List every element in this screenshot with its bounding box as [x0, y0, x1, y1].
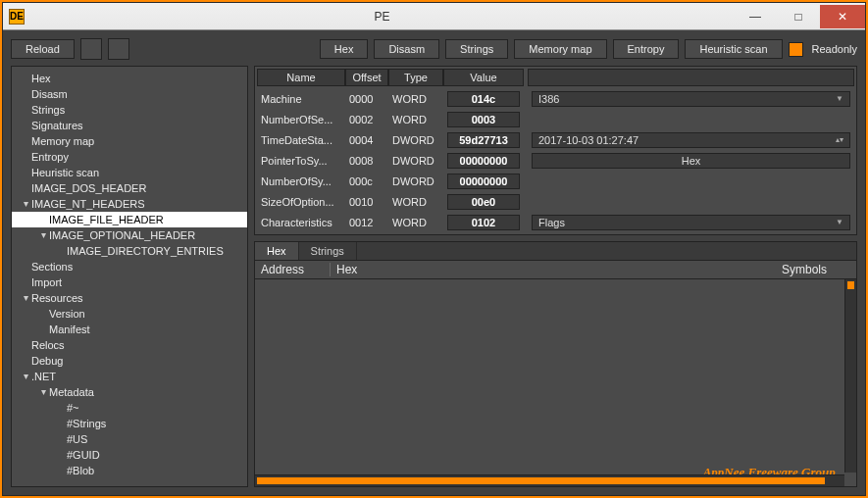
tree-item-label: Memory map [31, 134, 94, 148]
tree-item-label: #US [67, 432, 87, 446]
combo-box[interactable]: I386▼ [532, 91, 850, 107]
col-value[interactable]: Value [443, 69, 524, 86]
disasm-button[interactable]: Disasm [374, 39, 439, 59]
grid-row[interactable]: SizeOfOption...0010WORD00e0 [257, 191, 854, 212]
tree-item[interactable]: ▾Resources [12, 290, 247, 306]
datetime-spin[interactable]: 2017-10-03 01:27:47▴▾ [532, 132, 850, 148]
vertical-scrollbar[interactable] [844, 279, 856, 473]
navigation-tree[interactable]: HexDisasmStringsSignaturesMemory mapEntr… [11, 66, 248, 487]
spinner-icon[interactable]: ▴▾ [836, 135, 843, 144]
col-offset[interactable]: Offset [345, 69, 388, 86]
cell-value[interactable]: 014c [443, 91, 524, 107]
tree-item[interactable]: Debug [12, 353, 247, 369]
cell-value[interactable]: 00e0 [443, 194, 524, 210]
tree-item[interactable]: Memory map [12, 133, 247, 149]
cell-extra[interactable]: Hex [528, 153, 854, 169]
cell-offset: 0008 [345, 155, 388, 167]
cell-type: WORD [388, 114, 443, 125]
col-name[interactable]: Name [257, 69, 345, 86]
dump-tab[interactable]: Hex [255, 242, 299, 260]
cell-type: WORD [388, 217, 443, 228]
toolbar-slot-1[interactable] [80, 38, 102, 60]
main-area: HexDisasmStringsSignaturesMemory mapEntr… [11, 66, 857, 487]
tree-item-label: IMAGE_OPTIONAL_HEADER [49, 228, 195, 242]
cell-type: DWORD [388, 175, 443, 187]
cell-name: TimeDateSta... [257, 134, 345, 146]
tree-item[interactable]: Strings [12, 102, 247, 118]
tree-item[interactable]: IMAGE_DIRECTORY_ENTRIES [12, 243, 247, 259]
grid-row[interactable]: NumberOfSy...000cDWORD00000000 [257, 171, 854, 191]
tree-twisty-icon[interactable]: ▾ [20, 370, 31, 383]
horizontal-scrollbar[interactable] [255, 474, 844, 486]
tree-item[interactable]: ▾IMAGE_OPTIONAL_HEADER [12, 227, 247, 243]
heuristic-button[interactable]: Heuristic scan [685, 39, 782, 59]
minimize-button[interactable]: — [734, 5, 777, 28]
cell-value[interactable]: 00000000 [443, 153, 524, 169]
tree-item[interactable]: ▾Metadata [12, 384, 247, 400]
tree-item[interactable]: Entropy [12, 149, 247, 165]
cell-offset: 0012 [345, 217, 388, 228]
titlebar: DE PE — □ ✕ [3, 3, 865, 30]
tree-item-label: .NET [31, 370, 56, 383]
window-controls: — □ ✕ [734, 5, 865, 28]
tree-item[interactable]: #~ [12, 400, 247, 416]
tree-item-label: Hex [31, 72, 51, 85]
tree-item[interactable]: Heuristic scan [12, 165, 247, 180]
tree-item[interactable]: #US [12, 431, 247, 447]
hex-body[interactable]: AppNee Freeware Group. [255, 279, 856, 486]
tree-item[interactable]: Import [12, 274, 247, 290]
chevron-down-icon: ▼ [836, 218, 843, 226]
cell-value[interactable]: 59d27713 [443, 132, 524, 148]
grid-row[interactable]: TimeDateSta...0004DWORD59d277132017-10-0… [257, 129, 854, 150]
tree-twisty-icon[interactable]: ▾ [37, 228, 49, 242]
tree-item[interactable]: Signatures [12, 118, 247, 133]
cell-value[interactable]: 00000000 [443, 174, 524, 189]
cell-extra[interactable]: Flags▼ [528, 215, 854, 230]
tree-item[interactable]: #GUID [12, 447, 247, 463]
combo-box[interactable]: Flags▼ [532, 215, 850, 230]
grid-row[interactable]: Characteristics0012WORD0102Flags▼ [257, 212, 854, 232]
cell-offset: 0010 [345, 196, 388, 208]
tree-item[interactable]: #Strings [12, 416, 247, 431]
grid-row[interactable]: Machine0000WORD014cI386▼ [257, 88, 854, 109]
tree-item-label: Debug [31, 354, 63, 368]
tree-twisty-icon[interactable]: ▾ [37, 385, 49, 399]
tree-item[interactable]: Hex [12, 71, 247, 86]
col-extra [528, 69, 854, 86]
tree-item-label: IMAGE_NT_HEADERS [31, 197, 145, 211]
memory-map-button[interactable]: Memory map [514, 39, 606, 59]
col-type[interactable]: Type [388, 69, 443, 86]
maximize-button[interactable]: □ [777, 5, 820, 28]
tree-item-label: IMAGE_DIRECTORY_ENTRIES [67, 244, 224, 258]
tree-item[interactable]: ▾IMAGE_NT_HEADERS [12, 196, 247, 212]
cell-extra[interactable]: 2017-10-03 01:27:47▴▾ [528, 132, 854, 148]
dump-tabs: HexStrings [255, 242, 856, 261]
dump-tab[interactable]: Strings [299, 242, 357, 260]
tree-twisty-icon[interactable]: ▾ [20, 291, 31, 305]
tree-item[interactable]: #Blob [12, 463, 247, 478]
close-button[interactable]: ✕ [820, 5, 865, 28]
reload-button[interactable]: Reload [11, 39, 75, 59]
toolbar-slot-2[interactable] [108, 38, 129, 60]
entropy-button[interactable]: Entropy [613, 39, 680, 59]
cell-value[interactable]: 0003 [443, 112, 524, 127]
strings-button[interactable]: Strings [445, 39, 508, 59]
hex-button[interactable]: Hex [320, 39, 369, 59]
readonly-label: Readonly [812, 43, 857, 55]
chevron-down-icon: ▼ [836, 94, 843, 103]
extra-button[interactable]: Hex [532, 153, 850, 169]
cell-extra[interactable]: I386▼ [528, 91, 854, 107]
tree-item[interactable]: IMAGE_FILE_HEADER [12, 212, 247, 227]
tree-item[interactable]: Version [12, 306, 247, 322]
tree-item[interactable]: Relocs [12, 337, 247, 353]
readonly-checkbox[interactable] [789, 42, 803, 57]
grid-row[interactable]: PointerToSy...0008DWORD00000000Hex [257, 150, 854, 171]
grid-row[interactable]: NumberOfSe...0002WORD0003 [257, 109, 854, 129]
tree-item[interactable]: IMAGE_DOS_HEADER [12, 180, 247, 196]
tree-item[interactable]: ▾.NET [12, 369, 247, 384]
cell-value[interactable]: 0102 [443, 215, 524, 230]
tree-item[interactable]: Disasm [12, 86, 247, 102]
tree-item[interactable]: Manifest [12, 322, 247, 337]
tree-item[interactable]: Sections [12, 259, 247, 274]
tree-twisty-icon[interactable]: ▾ [20, 197, 31, 211]
